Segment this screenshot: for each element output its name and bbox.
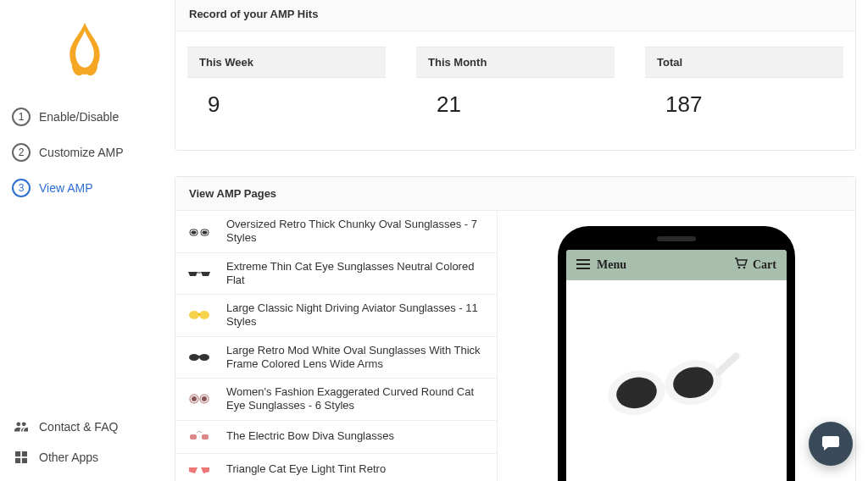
list-item[interactable]: Large Classic Night Driving Aviator Sung… bbox=[175, 295, 497, 337]
view-amp-title: View AMP Pages bbox=[175, 177, 855, 211]
phone-preview-column: Menu Cart bbox=[498, 211, 855, 481]
hit-label: This Month bbox=[416, 47, 615, 78]
hit-label: This Week bbox=[187, 47, 386, 78]
svg-point-13 bbox=[199, 354, 209, 361]
sunglasses-icon bbox=[184, 390, 214, 408]
list-item-title: Extreme Thin Cat Eye Sunglasses Neutral … bbox=[226, 260, 488, 288]
hit-card-week: This Week 9 bbox=[187, 47, 386, 126]
step-number: 2 bbox=[12, 143, 31, 162]
hit-value: 187 bbox=[645, 78, 843, 126]
sunglasses-icon bbox=[184, 461, 214, 479]
chat-widget-button[interactable] bbox=[809, 422, 853, 466]
phone-speaker bbox=[657, 236, 696, 241]
list-item[interactable]: Women's Fashion Exaggerated Curved Round… bbox=[175, 379, 497, 421]
hamburger-icon[interactable] bbox=[576, 257, 590, 273]
svg-rect-20 bbox=[202, 434, 209, 440]
nav-step-customize-amp[interactable]: 2 Customize AMP bbox=[8, 135, 161, 170]
svg-rect-19 bbox=[190, 434, 197, 440]
svg-point-10 bbox=[199, 311, 209, 319]
step-label: View AMP bbox=[39, 181, 93, 195]
list-item-title: Triangle Cat Eye Light Tint Retro bbox=[226, 462, 386, 476]
list-item-title: The Electric Bow Diva Sunglasses bbox=[226, 429, 394, 443]
phone-screen: Menu Cart bbox=[566, 250, 787, 481]
step-label: Customize AMP bbox=[39, 146, 124, 159]
svg-point-24 bbox=[738, 267, 741, 269]
bottom-nav: Contact & FAQ Other Apps bbox=[8, 412, 161, 473]
grid-icon bbox=[12, 451, 31, 463]
nav-label: Other Apps bbox=[39, 451, 98, 464]
svg-point-12 bbox=[189, 354, 199, 361]
step-label: Enable/Disable bbox=[39, 110, 119, 124]
main-content: Record of your AMP Hits This Week 9 This… bbox=[170, 0, 868, 481]
hit-card-month: This Month 21 bbox=[416, 47, 615, 126]
app-logo bbox=[8, 20, 161, 80]
hits-panel-title: Record of your AMP Hits bbox=[175, 0, 855, 31]
list-item[interactable]: The Electric Bow Diva Sunglasses bbox=[175, 421, 497, 454]
step-number: 1 bbox=[12, 108, 31, 126]
svg-point-9 bbox=[189, 311, 199, 319]
nav-label: Contact & FAQ bbox=[39, 420, 118, 434]
step-number: 3 bbox=[12, 179, 31, 197]
list-item[interactable]: Oversized Retro Thick Chunky Oval Sungla… bbox=[175, 211, 497, 253]
sunglasses-icon bbox=[184, 222, 214, 240]
cart-icon[interactable] bbox=[734, 257, 748, 273]
menu-label[interactable]: Menu bbox=[597, 258, 626, 272]
svg-rect-3 bbox=[22, 458, 27, 463]
svg-point-25 bbox=[743, 267, 746, 269]
sunglasses-icon bbox=[184, 348, 214, 367]
hit-label: Total bbox=[645, 47, 843, 78]
sunglasses-icon bbox=[184, 264, 214, 283]
sunglasses-icon bbox=[184, 428, 214, 446]
chat-icon bbox=[821, 433, 841, 456]
sunglasses-icon bbox=[184, 306, 214, 324]
svg-point-18 bbox=[202, 396, 207, 401]
list-item-title: Large Retro Mod White Oval Sunglasses Wi… bbox=[226, 344, 488, 372]
list-item[interactable]: Large Retro Mod White Oval Sunglasses Wi… bbox=[175, 337, 497, 379]
nav-other-apps[interactable]: Other Apps bbox=[8, 442, 161, 473]
svg-point-6 bbox=[192, 231, 197, 235]
phone-top-bar: Menu Cart bbox=[566, 250, 787, 280]
hit-value: 9 bbox=[187, 78, 386, 126]
flame-icon bbox=[56, 20, 114, 78]
svg-rect-0 bbox=[15, 451, 20, 456]
list-item-title: Large Classic Night Driving Aviator Sung… bbox=[226, 301, 488, 329]
phone-frame: Menu Cart bbox=[558, 226, 795, 481]
svg-point-7 bbox=[203, 231, 208, 235]
hit-card-total: Total 187 bbox=[645, 47, 843, 126]
svg-rect-1 bbox=[22, 451, 27, 456]
view-amp-panel: View AMP Pages Oversized Retro Thick Chu… bbox=[175, 176, 856, 481]
hits-body: This Week 9 This Month 21 Total 187 bbox=[175, 31, 855, 150]
list-item[interactable]: Triangle Cat Eye Light Tint Retro bbox=[175, 454, 497, 482]
amp-page-list[interactable]: Oversized Retro Thick Chunky Oval Sungla… bbox=[175, 211, 498, 481]
people-icon bbox=[12, 421, 31, 433]
cart-label[interactable]: Cart bbox=[753, 258, 776, 272]
nav-contact-faq[interactable]: Contact & FAQ bbox=[8, 412, 161, 442]
svg-point-17 bbox=[192, 396, 197, 401]
product-image bbox=[566, 280, 787, 481]
list-item[interactable]: Extreme Thin Cat Eye Sunglasses Neutral … bbox=[175, 253, 497, 296]
list-item-title: Oversized Retro Thick Chunky Oval Sungla… bbox=[226, 218, 488, 246]
step-nav: 1 Enable/Disable 2 Customize AMP 3 View … bbox=[8, 99, 161, 206]
svg-rect-2 bbox=[15, 458, 20, 463]
nav-step-view-amp[interactable]: 3 View AMP bbox=[8, 170, 161, 206]
hit-value: 21 bbox=[416, 78, 615, 126]
hits-panel: Record of your AMP Hits This Week 9 This… bbox=[175, 0, 856, 151]
list-item-title: Women's Fashion Exaggerated Curved Round… bbox=[226, 385, 488, 413]
nav-step-enable-disable[interactable]: 1 Enable/Disable bbox=[8, 99, 161, 135]
sidebar: 1 Enable/Disable 2 Customize AMP 3 View … bbox=[0, 0, 170, 481]
